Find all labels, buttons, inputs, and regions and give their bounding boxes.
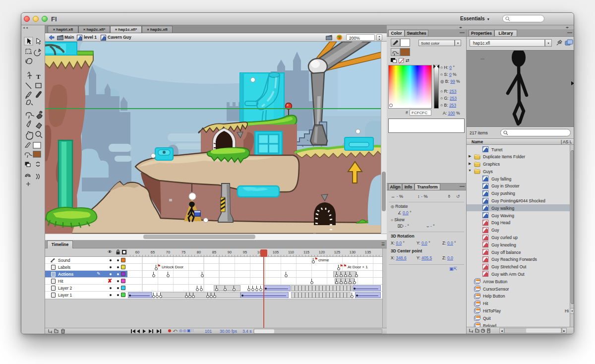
svg-text:T: T <box>36 73 41 80</box>
